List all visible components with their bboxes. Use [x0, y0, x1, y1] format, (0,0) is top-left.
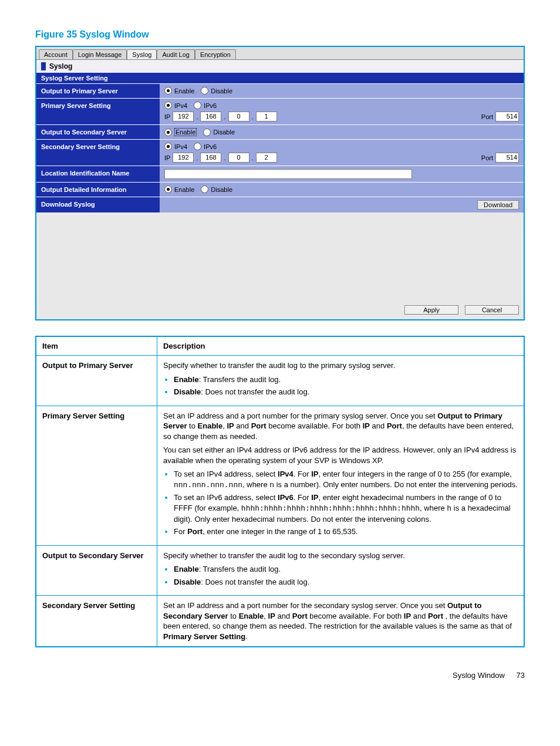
- radio-primary-ipv6[interactable]: [194, 102, 201, 109]
- footer-buttons: Apply Cancel: [36, 301, 524, 319]
- radio-outsecondary-enable[interactable]: [164, 129, 172, 136]
- ip-octet-3[interactable]: 0: [228, 153, 249, 163]
- tab-syslog[interactable]: Syslog: [127, 49, 157, 59]
- section-marker-icon: [41, 62, 46, 70]
- row-detailed: Output Detailed Information Enable Disab…: [36, 182, 524, 197]
- row-location: Location Identification Name: [36, 166, 524, 182]
- desc-text: and: [411, 612, 428, 620]
- port-label: Port: [481, 154, 493, 161]
- syslog-screenshot: Account Login Message Syslog Audit Log E…: [35, 46, 525, 320]
- row-output-secondary: Output to Secondary Server Enable Disabl…: [36, 124, 524, 139]
- ip-label: IP: [164, 113, 170, 120]
- table-row: Output to Secondary Server Specify wheth…: [36, 545, 524, 596]
- desc-cell: Set an IP address and a port number for …: [157, 596, 525, 647]
- desc-text: .: [245, 632, 248, 641]
- radio-label: Disable: [213, 129, 235, 136]
- page-footer: Syslog Window 73: [35, 647, 525, 680]
- radio-secondary-ipv4[interactable]: [164, 143, 172, 150]
- ip-octet-1[interactable]: 192: [173, 112, 194, 121]
- desc-bold: Enable: [174, 375, 199, 384]
- desc-text: is a number). Only enter numbers. Do not…: [274, 480, 518, 489]
- desc-text: become available. For both: [308, 612, 404, 620]
- label-output-primary: Output to Primary Server: [36, 84, 160, 98]
- desc-bold: Enable: [198, 421, 223, 430]
- radio-label: Enable: [174, 128, 197, 136]
- desc-bold: Port: [251, 421, 266, 430]
- desc-text: : Does not transfer the audit log.: [201, 578, 309, 586]
- tab-audit-log[interactable]: Audit Log: [157, 49, 194, 59]
- desc-bold: Disable: [174, 578, 201, 586]
- desc-bold: Primary Server Setting: [163, 632, 245, 641]
- sub-header: Syslog Server Setting: [36, 73, 524, 83]
- label-detailed: Output Detailed Information: [36, 183, 160, 197]
- desc-bold: IPv4: [278, 470, 294, 478]
- radio-detailed-disable[interactable]: [201, 185, 208, 193]
- desc-bold: IP: [268, 612, 275, 620]
- port-label: Port: [481, 113, 493, 120]
- ip-octet-2[interactable]: 168: [200, 112, 221, 121]
- ip-octet-2[interactable]: 168: [200, 153, 221, 163]
- section-title: Syslog: [49, 62, 72, 70]
- label-secondary-setting: Secondary Server Setting: [36, 140, 160, 166]
- desc-text: . For: [294, 493, 311, 502]
- desc-text: and: [234, 421, 251, 430]
- ip-octet-1[interactable]: 192: [173, 153, 194, 163]
- radio-label: IPv6: [204, 102, 217, 109]
- desc-cell: Specify whether to transfer the audit lo…: [157, 545, 525, 596]
- radio-label: Disable: [211, 186, 232, 193]
- desc-bold: Enable: [174, 565, 199, 573]
- desc-cell: Set an IP address and a port number for …: [157, 406, 525, 545]
- port-input-primary[interactable]: 514: [495, 112, 519, 121]
- ip-label: IP: [164, 154, 170, 161]
- desc-text: Set an IP address and a port number for …: [163, 601, 447, 610]
- desc-text: : Does not transfer the audit log.: [201, 387, 309, 396]
- desc-text: : Transfers the audit log.: [199, 375, 281, 384]
- tab-account[interactable]: Account: [39, 49, 73, 59]
- blank-area: [36, 212, 524, 301]
- radio-detailed-enable[interactable]: [164, 185, 172, 193]
- radio-outprimary-disable[interactable]: [201, 87, 208, 94]
- desc-bold: Port: [187, 527, 203, 536]
- ip-octet-4[interactable]: 1: [256, 112, 277, 121]
- desc-text: : Transfers the audit log.: [199, 565, 281, 573]
- desc-bold: Port: [387, 421, 402, 430]
- ip-octet-3[interactable]: 0: [228, 112, 249, 121]
- radio-outsecondary-disable[interactable]: [203, 129, 211, 136]
- desc-text: . For: [294, 470, 311, 478]
- item-cell: Primary Server Setting: [36, 406, 157, 545]
- radio-outprimary-enable[interactable]: [164, 87, 172, 94]
- desc-text: , where: [420, 504, 447, 512]
- label-output-secondary: Output to Secondary Server: [36, 125, 160, 139]
- ip-octet-4[interactable]: 2: [256, 153, 277, 163]
- location-input[interactable]: [164, 169, 412, 179]
- desc-text: , where: [242, 480, 269, 489]
- desc-text: To set an IPv4 address, select: [174, 470, 278, 478]
- desc-text: to: [228, 612, 239, 620]
- port-input-secondary[interactable]: 514: [495, 153, 519, 163]
- label-download: Download Syslog: [36, 197, 160, 212]
- desc-mono: hhhh:hhhh:hhhh:hhhh:hhhh:hhhh:hhhh:hhhh: [241, 504, 420, 513]
- tab-login-message[interactable]: Login Message: [73, 49, 127, 59]
- label-primary-setting: Primary Server Setting: [36, 99, 160, 124]
- download-button[interactable]: Download: [477, 200, 519, 210]
- desc-bold: IPv6: [278, 493, 294, 502]
- desc-mono: n: [269, 481, 274, 490]
- desc-bold: IP: [311, 493, 318, 502]
- section-header: Syslog: [36, 59, 524, 73]
- apply-button[interactable]: Apply: [404, 305, 458, 315]
- desc-bold: Enable: [239, 612, 264, 620]
- radio-primary-ipv4[interactable]: [164, 102, 172, 109]
- desc-text: to: [187, 421, 197, 430]
- desc-text: Specify whether to transfer the audit lo…: [163, 361, 395, 370]
- tab-encryption[interactable]: Encryption: [195, 49, 236, 59]
- item-cell: Output to Secondary Server: [36, 545, 157, 596]
- cancel-button[interactable]: Cancel: [465, 305, 519, 315]
- desc-text: Specify whether to transfer the audit lo…: [163, 551, 405, 560]
- table-row: Secondary Server Setting Set an IP addre…: [36, 596, 524, 647]
- desc-text: , enter one integer in the range of 1 to…: [203, 527, 358, 536]
- desc-bold: IP: [311, 470, 318, 478]
- desc-text: , enter four integers in the range of 0 …: [318, 470, 512, 478]
- tab-bar: Account Login Message Syslog Audit Log E…: [36, 47, 524, 59]
- radio-label: Enable: [174, 87, 194, 94]
- radio-secondary-ipv6[interactable]: [194, 143, 201, 150]
